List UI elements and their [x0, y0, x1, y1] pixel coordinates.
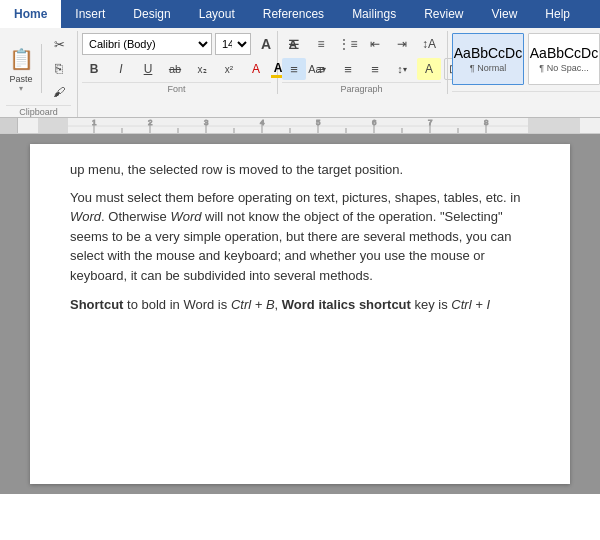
doc-shortcut-line: Shortcut to bold in Word is Ctrl + B, Wo… — [70, 295, 530, 315]
clipboard-label: Clipboard — [6, 105, 71, 117]
subscript-button[interactable]: x₂ — [190, 58, 214, 80]
paste-dropdown[interactable]: ▾ — [19, 84, 23, 93]
document-page[interactable]: up menu, the selected row is moved to th… — [30, 144, 570, 484]
sort-button[interactable]: ↕A — [417, 33, 441, 55]
paragraph-label: Paragraph — [282, 82, 441, 94]
tab-mailings[interactable]: Mailings — [338, 0, 410, 28]
style-normal-preview: AaBbCcDc — [454, 45, 522, 61]
superscript-button[interactable]: x² — [217, 58, 241, 80]
svg-text:2: 2 — [148, 118, 153, 127]
svg-text:7: 7 — [428, 118, 433, 127]
multilevel-list-button[interactable]: ⋮≡ — [336, 33, 360, 55]
ruler-marks: 1 2 3 4 5 6 7 8 — [38, 118, 580, 134]
shading-button[interactable]: A — [417, 58, 441, 80]
font-label: Font — [82, 82, 271, 94]
style-normal-label: ¶ Normal — [470, 63, 506, 73]
paste-label: Paste — [9, 74, 32, 84]
tab-home[interactable]: Home — [0, 0, 61, 28]
svg-text:1: 1 — [92, 118, 97, 127]
italic-button[interactable]: I — [109, 58, 133, 80]
tab-review[interactable]: Review — [410, 0, 477, 28]
svg-rect-26 — [38, 118, 68, 134]
align-left-button[interactable]: ≡ — [282, 58, 306, 80]
font-size-select[interactable]: 14 — [215, 33, 251, 55]
font-group: Calibri (Body) 14 A A B I U ab x₂ x² A A — [78, 31, 278, 94]
ribbon-bar: 📋 Paste ▾ ✂ ⎘ 🖌 Clipboard Calibri (Body)… — [0, 28, 600, 118]
styles-label: Styles — [452, 91, 600, 103]
style-normal[interactable]: AaBbCcDc ¶ Normal — [452, 33, 524, 85]
align-right-button[interactable]: ≡ — [336, 58, 360, 80]
tab-help[interactable]: Help — [531, 0, 584, 28]
align-center-button[interactable]: ≡ — [309, 58, 333, 80]
tab-view[interactable]: View — [478, 0, 532, 28]
underline-button[interactable]: U — [136, 58, 160, 80]
format-painter-button[interactable]: 🖌 — [47, 81, 71, 103]
svg-text:5: 5 — [316, 118, 321, 127]
numbered-list-button[interactable]: ≡ — [309, 33, 333, 55]
paste-button[interactable]: 📋 — [6, 44, 36, 74]
strikethrough-button[interactable]: ab — [163, 58, 187, 80]
document-area: up menu, the selected row is moved to th… — [0, 134, 600, 494]
ruler: 1 2 3 4 5 6 7 8 — [0, 118, 600, 134]
line-spacing-button[interactable]: ↕▾ — [390, 58, 414, 80]
clear-format-button[interactable]: A — [244, 58, 268, 80]
font-name-select[interactable]: Calibri (Body) — [82, 33, 212, 55]
tab-design[interactable]: Design — [119, 0, 184, 28]
svg-text:3: 3 — [204, 118, 209, 127]
svg-rect-27 — [528, 118, 580, 134]
tab-layout[interactable]: Layout — [185, 0, 249, 28]
tab-insert[interactable]: Insert — [61, 0, 119, 28]
justify-button[interactable]: ≡ — [363, 58, 387, 80]
increase-font-button[interactable]: A — [254, 33, 278, 55]
decrease-indent-button[interactable]: ⇤ — [363, 33, 387, 55]
bullets-button[interactable]: ☰ — [282, 33, 306, 55]
styles-group: AaBbCcDc ¶ Normal AaBbCcDc ¶ No Spac... … — [448, 31, 600, 103]
bold-button[interactable]: B — [82, 58, 106, 80]
svg-text:8: 8 — [484, 118, 489, 127]
svg-text:4: 4 — [260, 118, 265, 127]
clipboard-group: 📋 Paste ▾ ✂ ⎘ 🖌 Clipboard — [2, 31, 78, 117]
paragraph-group: ☰ ≡ ⋮≡ ⇤ ⇥ ↕A ¶ ≡ ≡ ≡ ≡ ↕▾ A ⊡▾ Paragrap… — [278, 31, 448, 94]
style-no-spacing-preview: AaBbCcDc — [530, 45, 598, 61]
svg-text:6: 6 — [372, 118, 377, 127]
style-no-spacing-label: ¶ No Spac... — [539, 63, 588, 73]
style-no-spacing[interactable]: AaBbCcDc ¶ No Spac... — [528, 33, 600, 85]
ribbon-tabs: Home Insert Design Layout References Mai… — [0, 0, 600, 28]
cut-button[interactable]: ✂ — [47, 33, 71, 55]
increase-indent-button[interactable]: ⇥ — [390, 33, 414, 55]
doc-main-paragraph: You must select them before operating on… — [70, 188, 530, 286]
copy-button[interactable]: ⎘ — [47, 57, 71, 79]
doc-partial-text: up menu, the selected row is moved to th… — [70, 160, 530, 180]
tab-references[interactable]: References — [249, 0, 338, 28]
